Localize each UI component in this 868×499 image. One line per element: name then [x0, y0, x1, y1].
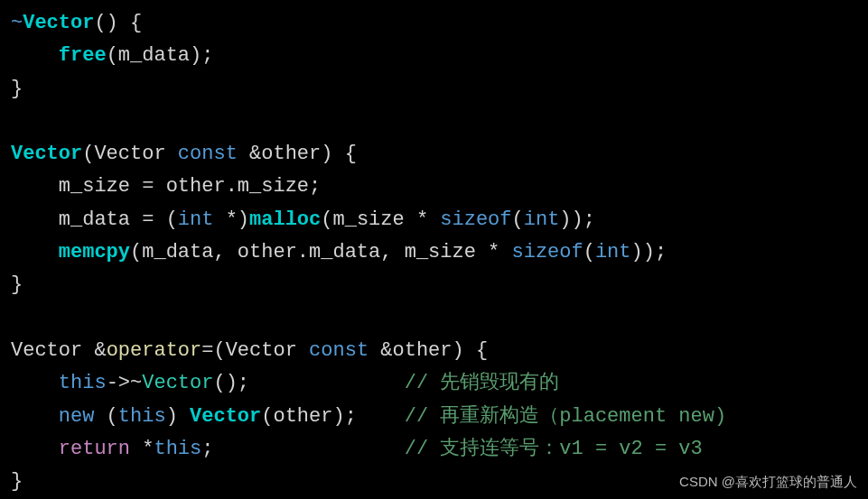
code-line-14: return *this; // 支持连等号：v1 = v2 = v3 — [11, 438, 703, 460]
code-line-3: } — [11, 78, 23, 100]
code-line-6: m_size = other.m_size; — [11, 175, 321, 198]
code-line-9: } — [11, 273, 23, 296]
code-line-5: Vector(Vector const &other) { — [11, 143, 357, 165]
code-line-12: this->~Vector(); // 先销毁现有的 — [11, 372, 559, 394]
code-line-7: m_data = (int *)malloc(m_size * sizeof(i… — [11, 208, 595, 231]
code-block: ~Vector() { free(m_data); } Vector(Vecto… — [11, 7, 857, 498]
code-line-2: free(m_data); — [11, 44, 213, 67]
code-line-11: Vector &operator=(Vector const &other) { — [11, 339, 488, 362]
code-line-1: ~Vector() { — [11, 12, 142, 34]
code-line-15: } — [11, 470, 23, 493]
code-line-13: new (this) Vector(other); // 再重新构造（place… — [11, 405, 726, 428]
watermark: CSDN @喜欢打篮球的普通人 — [679, 471, 857, 494]
code-line-8: memcpy(m_data, other.m_data, m_size * si… — [11, 241, 667, 263]
